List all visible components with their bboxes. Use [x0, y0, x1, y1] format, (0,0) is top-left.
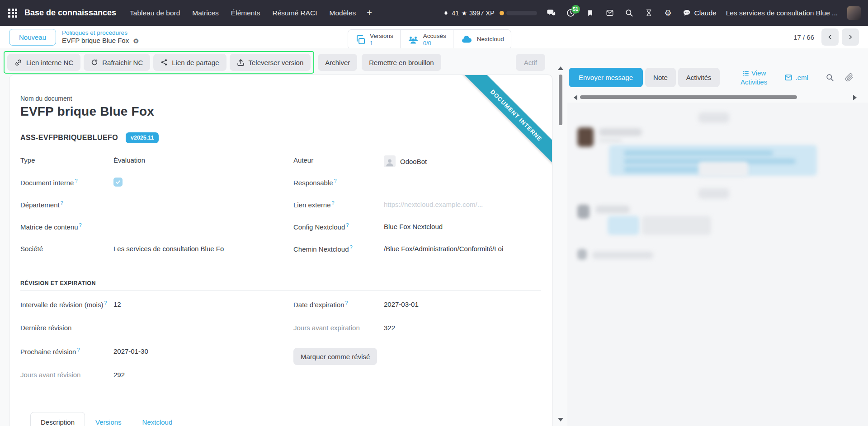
copy-pages-icon	[355, 34, 366, 45]
help-icon[interactable]: ?	[346, 222, 349, 228]
bookmark-icon[interactable]	[585, 8, 595, 18]
message-body-blur	[642, 216, 711, 235]
xp-progress-bar	[506, 11, 537, 15]
help-icon[interactable]: ?	[75, 178, 77, 183]
breadcrumb-parent-link[interactable]: Politiques et procédures	[62, 29, 139, 37]
field-intervalle-value[interactable]: 12	[113, 300, 268, 309]
menu-resume-raci[interactable]: Résumé RACI	[272, 9, 317, 17]
pager: 17 / 66	[793, 28, 859, 46]
help-icon[interactable]: ?	[345, 300, 348, 305]
date-divider-blur	[698, 188, 729, 199]
internal-document-checkbox[interactable]	[113, 178, 123, 187]
scroll-left-arrow[interactable]	[574, 95, 577, 100]
field-document-interne: Document interne?	[20, 176, 268, 198]
stat-label: Nextcloud	[477, 36, 504, 43]
help-icon[interactable]: ?	[332, 200, 335, 206]
help-icon[interactable]: ?	[79, 222, 82, 228]
chatter-toolbar: Envoyer message Note Activités View Acti…	[569, 68, 868, 87]
settings-gear-icon[interactable]: ⚙	[663, 8, 673, 18]
document-title[interactable]: EVFP brique Blue Fox	[20, 104, 541, 119]
pager-counter[interactable]: 17 / 66	[793, 33, 814, 41]
tab-versions[interactable]: Versions	[85, 412, 132, 426]
apps-grid-icon[interactable]	[8, 9, 17, 18]
scroll-right-arrow[interactable]	[853, 95, 857, 100]
refresh-nc-button[interactable]: Rafraichir NC	[84, 54, 150, 71]
add-menu-icon[interactable]: +	[367, 8, 372, 18]
new-button[interactable]: Nouveau	[9, 29, 56, 46]
form-vertical-scrollbar[interactable]	[557, 64, 565, 426]
field-type-value[interactable]: Évaluation	[113, 155, 268, 165]
field-prochaine-revision-value[interactable]: 2027-01-30	[113, 346, 268, 356]
app-window: Base de connaissances Tableau de bord Ma…	[0, 0, 868, 426]
help-icon[interactable]: ?	[104, 300, 107, 305]
chevron-left-icon	[826, 33, 834, 41]
activities-button[interactable]: Activités	[678, 68, 720, 87]
stat-button-versions[interactable]: Versions 1	[348, 29, 401, 50]
field-config-nextcloud: Config Nextcloud? Blue Fox Nextcloud	[293, 220, 541, 243]
upload-version-button[interactable]: Televerser version	[230, 54, 311, 71]
content-area: Lien interne NC Rafraichir NC Lien de pa…	[0, 48, 868, 426]
field-jours-avant-revision: Jours avant révision 292	[20, 369, 268, 392]
revision-column-right: Date d’expiration? 2027-03-01 Jours avan…	[293, 298, 541, 392]
scroll-down-arrow[interactable]	[558, 418, 563, 421]
mark-revised-button[interactable]: Marquer comme révisé	[293, 348, 377, 365]
actions-gear-icon[interactable]: ⚙	[133, 37, 139, 44]
activities-clock-icon[interactable]: 51	[566, 8, 576, 18]
hourglass-icon[interactable]	[644, 8, 654, 18]
help-icon[interactable]: ?	[61, 200, 63, 206]
claude-menu[interactable]: Claude	[683, 9, 717, 17]
company-switcher[interactable]: Les services de consultation Blue ...	[726, 9, 838, 17]
field-date-expiration-value[interactable]: 2027-03-01	[384, 300, 541, 309]
flame-count: 41	[452, 9, 459, 17]
download-eml-link[interactable]: .eml	[784, 74, 808, 81]
attachment-paperclip-icon[interactable]	[845, 73, 854, 82]
mail-icon[interactable]	[605, 8, 615, 18]
field-societe-value[interactable]: Les services de consultation Blue Fo	[113, 244, 268, 253]
stat-button-accuses[interactable]: Accusés 0/0	[400, 29, 453, 50]
log-note-button[interactable]: Note	[645, 68, 676, 87]
help-icon[interactable]: ?	[334, 178, 337, 183]
archive-button[interactable]: Archiver	[318, 54, 357, 71]
horizontal-scroll-thumb[interactable]	[580, 95, 797, 99]
tab-description[interactable]: Description	[30, 412, 85, 426]
field-type: Type Évaluation	[20, 154, 268, 176]
menu-tableau-de-bord[interactable]: Tableau de bord	[130, 9, 180, 17]
stat-button-nextcloud[interactable]: Nextcloud	[453, 29, 511, 50]
field-jours-avant-expiration: Jours avant expiration 322	[293, 322, 541, 345]
envelope-icon	[784, 74, 793, 81]
menu-elements[interactable]: Éléments	[231, 9, 260, 17]
document-reference: ASS-EVFPBRIQUEBLUEFO	[20, 134, 118, 142]
field-column-right: Auteur OdooBot Responsable? Lien	[293, 154, 541, 265]
pager-next-button[interactable]	[842, 28, 859, 46]
field-lien-externe-input[interactable]: https://nextcloud.example.com/...	[384, 200, 541, 209]
field-auteur-value[interactable]: OdooBot	[384, 155, 541, 167]
user-avatar[interactable]	[847, 6, 861, 20]
odoobot-avatar	[384, 155, 396, 167]
discuss-icon[interactable]	[547, 8, 557, 18]
vertical-scroll-thumb[interactable]	[559, 75, 562, 125]
field-chemin-nextcloud: Chemin Nextcloud? /Blue Fox/Administrati…	[293, 243, 541, 265]
navbar-left: Base de connaissances Tableau de bord Ma…	[5, 8, 372, 18]
chatter-search-icon[interactable]	[826, 73, 834, 82]
field-chemin-nextcloud-value[interactable]: /Blue Fox/Administration/Conformité/Loi	[384, 244, 541, 253]
control-panel: Nouveau Politiques et procédures EVFP br…	[0, 26, 868, 48]
menu-matrices[interactable]: Matrices	[192, 9, 219, 17]
share-link-button[interactable]: Lien de partage	[153, 54, 226, 71]
app-title[interactable]: Base de connaissances	[24, 8, 116, 18]
internal-link-nc-button[interactable]: Lien interne NC	[7, 54, 80, 71]
menu-modeles[interactable]: Modèles	[330, 9, 356, 17]
help-icon[interactable]: ?	[350, 244, 353, 250]
pager-previous-button[interactable]	[821, 28, 839, 46]
field-grid: Type Évaluation Document interne? Départ…	[20, 154, 541, 265]
tab-nextcloud[interactable]: Nextcloud	[132, 412, 183, 426]
scroll-up-arrow[interactable]	[558, 66, 563, 70]
help-icon[interactable]: ?	[77, 347, 80, 352]
send-message-button[interactable]: Envoyer message	[569, 68, 643, 87]
reset-to-draft-button[interactable]: Remettre en brouillon	[362, 54, 441, 71]
message-attachment-blur	[698, 162, 748, 177]
stage-actif[interactable]: Actif	[516, 54, 545, 71]
chatter-horizontal-scrollbar[interactable]	[567, 94, 868, 100]
field-config-nextcloud-value[interactable]: Blue Fox Nextcloud	[384, 222, 541, 231]
search-icon[interactable]	[624, 8, 634, 18]
view-activities-link[interactable]: View Activities	[731, 69, 777, 86]
